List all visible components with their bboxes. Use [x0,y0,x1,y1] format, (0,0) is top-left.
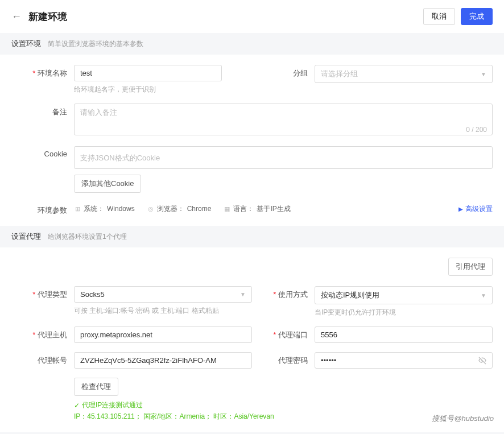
env-section-desc: 简单设置浏览器环境的基本参数 [48,39,143,49]
proxy-status-info: IP：45.143.105.211； 国家/地区：Armenia； 时区：Asi… [74,411,493,422]
proxy-port-label: 代理端口 [252,326,315,343]
proxy-user-input[interactable] [74,352,252,369]
proxy-host-input[interactable] [74,326,252,343]
env-name-hint: 给环境起名字，更便于识别 [74,85,252,94]
windows-icon: ⊞ [74,205,81,212]
proxy-type-label: 代理类型 [11,286,74,317]
cookie-input[interactable] [74,146,493,169]
env-section-header: 设置环境 简单设置浏览器环境的基本参数 [0,33,504,55]
proxy-port-input[interactable] [315,326,493,343]
proxy-pass-label: 代理密码 [252,352,315,369]
chevron-down-icon: ▼ [240,291,246,297]
group-select[interactable]: 请选择分组 ▼ [315,65,493,83]
quote-proxy-button[interactable]: 引用代理 [448,258,493,276]
proxy-section-title: 设置代理 [11,232,41,242]
chrome-icon: ◎ [147,205,154,212]
proxy-type-hint: 可按 主机:端口:帐号:密码 或 主机:端口 格式粘贴 [74,306,252,316]
done-button[interactable]: 完成 [461,8,493,25]
remark-counter: 0 / 200 [466,126,487,134]
group-placeholder: 请选择分组 [321,69,358,79]
env-section-title: 设置环境 [11,39,41,49]
triangle-right-icon: ▶ [458,206,463,212]
page-title: 新建环境 [28,10,67,23]
proxy-section-desc: 给浏览器环境设置1个代理 [48,232,127,242]
proxy-type-select[interactable]: Socks5 ▼ [74,286,252,303]
proxy-pass-input[interactable] [315,352,493,369]
cancel-button[interactable]: 取消 [423,8,455,25]
eye-off-icon[interactable] [478,356,487,367]
env-name-input[interactable] [74,65,222,81]
advanced-settings-link[interactable]: ▶ 高级设置 [458,204,493,214]
proxy-section-header: 设置代理 给浏览器环境设置1个代理 [0,226,504,247]
language-icon: ▦ [224,205,230,212]
proxy-mode-select[interactable]: 按动态IP规则使用 ▼ [315,286,493,304]
param-language: ▦ 语言：基于IP生成 [224,204,290,214]
add-cookie-button[interactable]: 添加其他Cookie [74,175,141,193]
remark-textarea[interactable] [74,104,493,135]
proxy-mode-label: 使用方式 [252,286,315,317]
cookie-label: Cookie [11,146,74,193]
param-browser: ◎ 浏览器：Chrome [147,204,212,214]
check-proxy-button[interactable]: 检查代理 [74,378,118,396]
proxy-status-ok: ✓ 代理IP连接测试通过 [74,400,493,410]
back-arrow-icon[interactable]: ← [11,11,22,23]
group-label: 分组 [252,65,315,94]
proxy-user-label: 代理帐号 [11,352,74,369]
chevron-down-icon: ▼ [481,71,486,77]
param-os: ⊞ 系统：Windows [74,204,135,214]
chevron-down-icon: ▼ [481,292,486,299]
env-params-label: 环境参数 [11,202,74,216]
proxy-host-label: 代理主机 [11,326,74,343]
remark-label: 备注 [11,104,74,137]
env-name-label: 环境名称 [11,65,74,94]
proxy-mode-hint: 当IP变更时仍允许打开环境 [315,308,493,317]
check-circle-icon: ✓ [74,402,80,410]
